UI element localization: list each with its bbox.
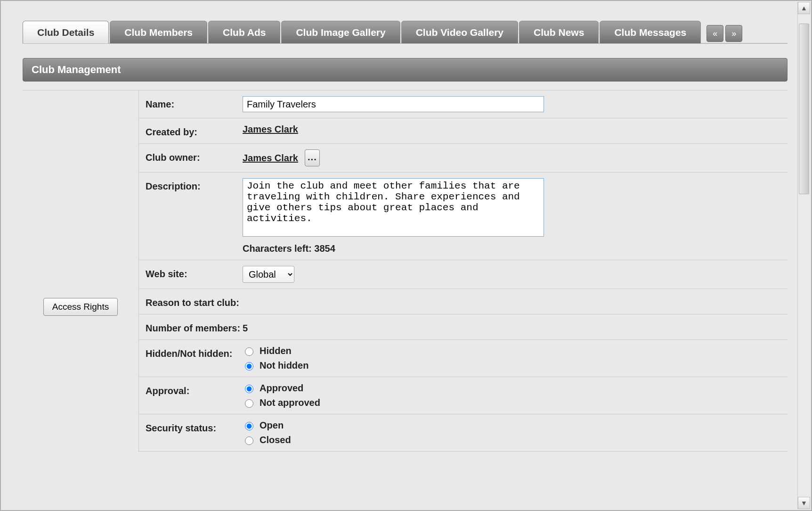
characters-left: Characters left: 3854 — [243, 243, 783, 254]
owner-link[interactable]: James Clark — [243, 153, 298, 164]
website-select[interactable]: Global — [243, 266, 294, 283]
tabs-bar: Club Details Club Members Club Ads Club … — [23, 21, 788, 43]
members-value: 5 — [243, 320, 783, 334]
tab-club-ads[interactable]: Club Ads — [208, 21, 280, 43]
label-members: Number of members: — [146, 320, 243, 334]
radio-open[interactable]: Open — [243, 420, 783, 431]
tab-club-video-gallery[interactable]: Club Video Gallery — [401, 21, 518, 43]
tab-label: Club Video Gallery — [416, 27, 503, 38]
chevron-down-icon: ▼ — [801, 499, 807, 507]
scroll-track[interactable] — [798, 14, 810, 497]
row-owner: Club owner: James Clark ... — [139, 144, 788, 173]
section-title: Club Management — [32, 64, 121, 76]
content-area: Club Details Club Members Club Ads Club … — [2, 2, 797, 452]
row-reason: Reason to start club: — [139, 289, 788, 314]
form-column: Name: Created by: James Clark Club owner… — [138, 90, 788, 452]
radio-not-approved[interactable]: Not approved — [243, 397, 783, 408]
scroll-down-button[interactable]: ▼ — [798, 497, 810, 509]
radio-not-approved-input[interactable] — [245, 399, 253, 408]
form-wrap: Access Rights Name: Created by: James Cl… — [23, 90, 788, 452]
button-label: Access Rights — [52, 302, 109, 312]
radio-open-input[interactable] — [245, 422, 253, 430]
radio-label: Approved — [260, 383, 303, 394]
ellipsis-icon: ... — [308, 152, 317, 163]
label-approval: Approval: — [146, 383, 243, 408]
tab-club-details[interactable]: Club Details — [23, 21, 109, 43]
row-security: Security status: Open Closed — [139, 414, 788, 452]
row-created-by: Created by: James Clark — [139, 118, 788, 144]
section-header: Club Management — [23, 58, 788, 82]
tab-label: Club Members — [124, 27, 193, 38]
radio-label: Open — [260, 420, 284, 431]
label-website: Web site: — [146, 266, 243, 283]
label-created-by: Created by: — [146, 124, 243, 138]
radio-approved-input[interactable] — [245, 385, 253, 393]
chevron-right-icon: » — [731, 29, 736, 39]
created-by-link[interactable]: James Clark — [243, 124, 783, 135]
radio-closed-input[interactable] — [245, 437, 253, 445]
description-textarea[interactable] — [243, 178, 544, 237]
row-website: Web site: Global — [139, 260, 788, 289]
row-hidden: Hidden/Not hidden: Hidden Not hidden — [139, 340, 788, 377]
radio-hidden-input[interactable] — [245, 347, 253, 356]
tab-label: Club Details — [37, 27, 94, 38]
radio-not-hidden-input[interactable] — [245, 362, 253, 371]
side-column: Access Rights — [23, 90, 138, 452]
row-name: Name: — [139, 91, 788, 118]
scroll-thumb[interactable] — [799, 24, 809, 194]
label-owner: Club owner: — [146, 149, 243, 166]
radio-label: Closed — [260, 435, 291, 445]
tab-label: Club Image Gallery — [296, 27, 385, 38]
label-name: Name: — [146, 96, 243, 112]
tab-club-messages[interactable]: Club Messages — [600, 21, 701, 43]
scroll-up-button[interactable]: ▲ — [798, 2, 810, 14]
row-description: Description: Characters left: 3854 — [139, 173, 788, 260]
label-hidden: Hidden/Not hidden: — [146, 346, 243, 371]
label-description: Description: — [146, 178, 243, 254]
app-window: Club Details Club Members Club Ads Club … — [0, 0, 812, 511]
radio-approved[interactable]: Approved — [243, 383, 783, 394]
chevron-left-icon: « — [713, 29, 717, 39]
row-members: Number of members: 5 — [139, 314, 788, 340]
tab-club-image-gallery[interactable]: Club Image Gallery — [281, 21, 400, 43]
radio-label: Not hidden — [260, 360, 309, 371]
radio-hidden[interactable]: Hidden — [243, 346, 783, 356]
tab-label: Club Messages — [614, 27, 686, 38]
radio-not-hidden[interactable]: Not hidden — [243, 360, 783, 371]
label-security: Security status: — [146, 420, 243, 445]
tab-club-members[interactable]: Club Members — [110, 21, 207, 43]
tab-nav: « » — [705, 21, 742, 43]
tabs-scroll-left-button[interactable]: « — [706, 25, 723, 42]
label-reason: Reason to start club: — [146, 295, 239, 308]
chevron-up-icon: ▲ — [801, 4, 807, 12]
tab-club-news[interactable]: Club News — [519, 21, 599, 43]
radio-label: Not approved — [260, 397, 320, 408]
radio-label: Hidden — [260, 346, 292, 356]
vertical-scrollbar[interactable]: ▲ ▼ — [797, 2, 810, 509]
radio-closed[interactable]: Closed — [243, 435, 783, 445]
row-approval: Approval: Approved Not approved — [139, 377, 788, 414]
owner-picker-button[interactable]: ... — [305, 149, 320, 166]
tab-label: Club Ads — [223, 27, 266, 38]
tab-label: Club News — [534, 27, 584, 38]
access-rights-button[interactable]: Access Rights — [43, 298, 118, 316]
name-input[interactable] — [243, 96, 544, 112]
viewport: Club Details Club Members Club Ads Club … — [2, 2, 797, 509]
tabs-scroll-right-button[interactable]: » — [725, 25, 742, 42]
